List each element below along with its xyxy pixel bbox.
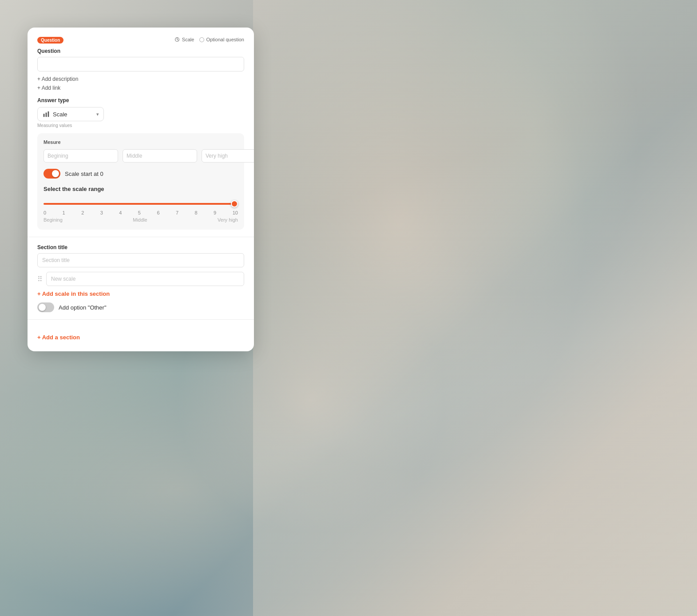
- scale-info: Scale: [174, 36, 194, 43]
- scale-num-8: 8: [195, 210, 198, 215]
- scale-range-slider-container: [44, 199, 238, 207]
- card-top-right-info: Scale Optional question: [174, 36, 244, 43]
- divider: [28, 237, 254, 237]
- add-description-text: + Add description: [37, 76, 78, 82]
- section-title-label: Section title: [37, 244, 244, 250]
- scale-num-1: 1: [63, 210, 65, 215]
- question-card: Question Scale Optional question Questio…: [28, 28, 254, 351]
- answer-type-value: Scale: [53, 111, 94, 118]
- drag-handle-icon: ⠿: [37, 275, 43, 283]
- add-option-other-knob: [39, 304, 46, 311]
- answer-type-select[interactable]: Scale ▾: [37, 107, 104, 121]
- scale-numbers: 0 1 2 3 4 5 6 7 8 9 10: [44, 210, 238, 215]
- measure-box: Mesure Scale start at 0 Select the scale…: [37, 133, 244, 230]
- add-option-other-row: Add option "Other": [37, 302, 244, 312]
- add-section-link[interactable]: + Add a section: [37, 334, 244, 341]
- measure-input-middle[interactable]: [123, 149, 197, 163]
- scale-num-2: 2: [81, 210, 84, 215]
- scale-label: Scale: [182, 37, 194, 42]
- scale-num-7: 7: [176, 210, 178, 215]
- add-link-link[interactable]: + Add link: [37, 85, 244, 91]
- scale-num-0: 0: [44, 210, 46, 215]
- question-label: Question: [37, 48, 244, 54]
- radio-circle-icon: [199, 37, 204, 42]
- scale-icon: [174, 36, 180, 43]
- scale-label-middle: Middle: [133, 217, 147, 223]
- scale-range-slider[interactable]: [44, 203, 238, 205]
- svg-line-2: [177, 40, 178, 40]
- new-scale-input[interactable]: [46, 272, 244, 286]
- footer-divider: [28, 319, 254, 320]
- svg-rect-4: [46, 112, 47, 117]
- toggle-knob: [52, 170, 59, 177]
- new-scale-row: ⠿: [37, 272, 244, 286]
- add-scale-link-text: + Add scale in this section: [37, 290, 110, 297]
- optional-label: Optional question: [206, 37, 244, 42]
- scale-num-6: 6: [157, 210, 159, 215]
- measure-title: Mesure: [44, 139, 238, 145]
- scale-label-beginning: Begining: [44, 217, 63, 223]
- scale-num-10: 10: [233, 210, 238, 215]
- scale-start-label: Scale start at 0: [65, 171, 103, 177]
- scale-label-very-high: Very high: [218, 217, 238, 223]
- add-option-other-label: Add option "Other": [59, 304, 107, 311]
- section-area: Section title ⠿ + Add scale in this sect…: [28, 244, 254, 312]
- measure-inputs: [44, 149, 238, 163]
- add-section-text: + Add a section: [37, 334, 80, 341]
- scale-select-icon: [42, 110, 50, 118]
- question-input[interactable]: [37, 57, 244, 72]
- measure-input-very-high[interactable]: [202, 149, 254, 163]
- scale-num-5: 5: [138, 210, 141, 215]
- add-description-link[interactable]: + Add description: [37, 76, 244, 82]
- scale-range-title: Select the scale range: [44, 186, 238, 192]
- add-option-other-toggle[interactable]: [37, 302, 54, 312]
- add-scale-link[interactable]: + Add scale in this section: [37, 290, 244, 297]
- add-link-text: + Add link: [37, 85, 60, 91]
- background-person: [253, 0, 697, 616]
- svg-rect-3: [44, 114, 45, 117]
- optional-question-info: Optional question: [199, 37, 244, 42]
- question-badge: Question: [37, 37, 63, 44]
- chevron-down-icon: ▾: [96, 111, 99, 117]
- answer-type-label: Answer type: [37, 97, 244, 103]
- scale-num-4: 4: [119, 210, 122, 215]
- scale-labels: Begining Middle Very high: [44, 217, 238, 223]
- measure-input-beginning[interactable]: [44, 149, 118, 163]
- scale-num-3: 3: [100, 210, 103, 215]
- section-title-input[interactable]: [37, 253, 244, 267]
- scale-num-9: 9: [214, 210, 216, 215]
- measuring-hint: Measuring values: [37, 123, 244, 128]
- add-section-footer: + Add a section: [28, 327, 254, 341]
- svg-rect-5: [48, 111, 49, 117]
- scale-start-toggle-row: Scale start at 0: [44, 169, 238, 179]
- scale-start-toggle[interactable]: [44, 169, 60, 179]
